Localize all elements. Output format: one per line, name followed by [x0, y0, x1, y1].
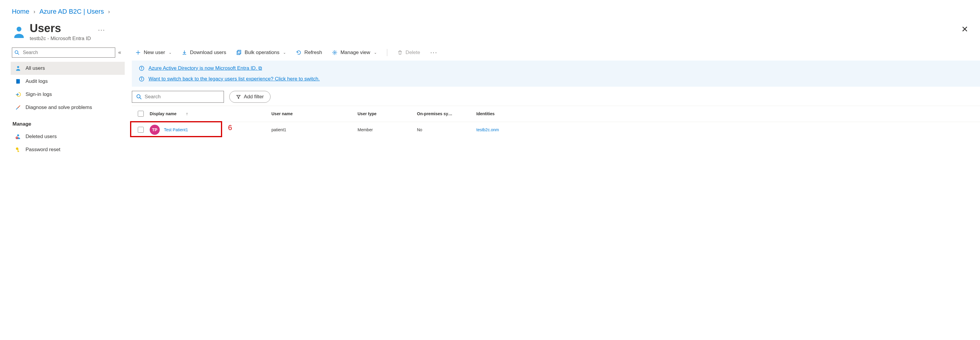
col-display-name[interactable]: Display name ↑ — [150, 111, 271, 116]
download-label: Download users — [190, 49, 226, 56]
svg-rect-5 — [16, 79, 17, 83]
bulk-label: Bulk operations — [245, 49, 280, 56]
main-search-input[interactable] — [145, 94, 220, 100]
sidebar-item-label: Sign-in logs — [25, 91, 52, 97]
avatar: TP — [150, 125, 160, 135]
svg-point-19 — [142, 67, 142, 68]
sidebar-item-deleted-users[interactable]: Deleted users — [11, 130, 125, 143]
more-icon[interactable]: ··· — [430, 49, 438, 56]
new-user-label: New user — [144, 49, 165, 56]
manage-view-button[interactable]: Manage view ⌄ — [332, 49, 377, 56]
sidebar-section-manage: Manage — [11, 114, 125, 130]
search-icon — [136, 94, 142, 100]
row-user-type: Member — [358, 127, 417, 132]
manage-view-label: Manage view — [340, 49, 370, 56]
svg-point-16 — [334, 52, 336, 53]
sidebar-item-diagnose[interactable]: Diagnose and solve problems — [11, 101, 125, 114]
sidebar-item-label: Diagnose and solve problems — [25, 105, 92, 110]
col-user-name[interactable]: User name — [271, 111, 358, 116]
add-filter-button[interactable]: Add filter — [229, 91, 270, 103]
select-all[interactable] — [132, 111, 150, 117]
sidebar: « All users Audit logs Sign-in logs Diag… — [11, 46, 125, 156]
refresh-button[interactable]: Refresh — [296, 49, 322, 56]
annotation-number: 6 — [228, 124, 232, 132]
breadcrumb-users[interactable]: Azure AD B2C | Users — [40, 8, 104, 16]
refresh-icon — [296, 50, 301, 55]
gear-icon — [332, 50, 337, 55]
col-identities[interactable]: Identities — [476, 111, 980, 116]
svg-point-22 — [142, 78, 142, 78]
deleted-user-icon — [15, 133, 21, 140]
new-user-button[interactable]: New user ⌄ — [135, 49, 172, 56]
info-entra: Azure Active Directory is now Microsoft … — [139, 65, 973, 71]
col-onprem[interactable]: On-premises sy… — [417, 111, 476, 116]
row-user-name: patient1 — [271, 127, 358, 132]
chevron-down-icon: ⌄ — [169, 51, 172, 55]
add-filter-label: Add filter — [244, 94, 264, 100]
sidebar-search[interactable] — [12, 48, 115, 57]
row-onprem: No — [417, 127, 476, 132]
content: New user ⌄ Download users Bulk operation… — [125, 46, 980, 156]
refresh-label: Refresh — [304, 49, 322, 56]
row-select[interactable] — [132, 127, 150, 133]
info-legacy: Want to switch back to the legacy users … — [139, 76, 973, 82]
key-icon — [15, 146, 21, 153]
svg-point-0 — [17, 27, 21, 32]
plus-icon — [135, 50, 141, 55]
user-icon — [15, 65, 21, 71]
chevron-right-icon: › — [108, 9, 110, 15]
signin-icon — [15, 91, 21, 98]
collapse-icon[interactable]: « — [118, 49, 121, 56]
svg-point-23 — [137, 95, 140, 98]
sidebar-item-password-reset[interactable]: Password reset — [11, 143, 125, 156]
sidebar-item-signin-logs[interactable]: Sign-in logs — [11, 88, 125, 101]
breadcrumb: Home › Azure AD B2C | Users › — [0, 0, 980, 19]
info-icon — [139, 66, 144, 71]
bulk-operations-button[interactable]: Bulk operations ⌄ — [236, 49, 286, 56]
sort-asc-icon: ↑ — [186, 111, 188, 116]
table-header: Display name ↑ User name User type On-pr… — [132, 106, 980, 122]
select-all-checkbox[interactable] — [138, 111, 144, 117]
table-row[interactable]: TP Test Patient1 patient1 Member No test… — [132, 122, 980, 138]
toolbar: New user ⌄ Download users Bulk operation… — [125, 46, 980, 60]
svg-rect-15 — [238, 50, 241, 54]
info-strip: Azure Active Directory is now Microsoft … — [132, 60, 980, 87]
sidebar-item-all-users[interactable]: All users — [11, 62, 125, 75]
svg-line-2 — [18, 53, 19, 55]
search-icon — [12, 50, 22, 55]
row-checkbox[interactable] — [138, 127, 144, 133]
sidebar-item-label: Audit logs — [25, 78, 48, 84]
row-display-name[interactable]: Test Patient1 — [164, 127, 188, 132]
svg-line-24 — [140, 98, 142, 99]
sidebar-item-label: All users — [25, 65, 45, 71]
sidebar-search-input[interactable] — [22, 50, 115, 55]
external-link-icon: ⧉ — [258, 65, 262, 71]
book-icon — [15, 78, 21, 85]
page-title-block: Users testb2c - Microsoft Entra ID — [30, 22, 91, 41]
svg-point-6 — [17, 134, 19, 136]
row-identities[interactable]: testb2c.onm — [476, 127, 499, 132]
filter-row: Add filter — [125, 87, 980, 106]
bulk-icon — [236, 50, 242, 55]
svg-point-1 — [15, 51, 18, 54]
sidebar-item-audit-logs[interactable]: Audit logs — [11, 75, 125, 88]
info-legacy-link[interactable]: Want to switch back to the legacy users … — [148, 76, 320, 82]
more-icon[interactable]: ··· — [98, 26, 105, 34]
sidebar-item-label: Password reset — [25, 147, 60, 153]
delete-label: Delete — [406, 49, 420, 56]
filter-icon — [236, 94, 241, 99]
info-entra-link[interactable]: Azure Active Directory is now Microsoft … — [148, 65, 262, 71]
download-users-button[interactable]: Download users — [182, 49, 226, 56]
close-icon[interactable]: ✕ — [961, 24, 968, 34]
col-user-type[interactable]: User type — [358, 111, 417, 116]
sidebar-item-label: Deleted users — [25, 133, 57, 140]
svg-rect-14 — [237, 51, 240, 55]
delete-button: Delete — [397, 49, 420, 56]
separator — [387, 49, 387, 56]
main-search[interactable] — [132, 91, 224, 103]
info-icon — [139, 76, 144, 82]
breadcrumb-home[interactable]: Home — [12, 8, 29, 16]
page-header: Users testb2c - Microsoft Entra ID ··· ✕ — [0, 19, 980, 44]
user-icon — [12, 25, 26, 39]
chevron-down-icon: ⌄ — [283, 51, 286, 55]
